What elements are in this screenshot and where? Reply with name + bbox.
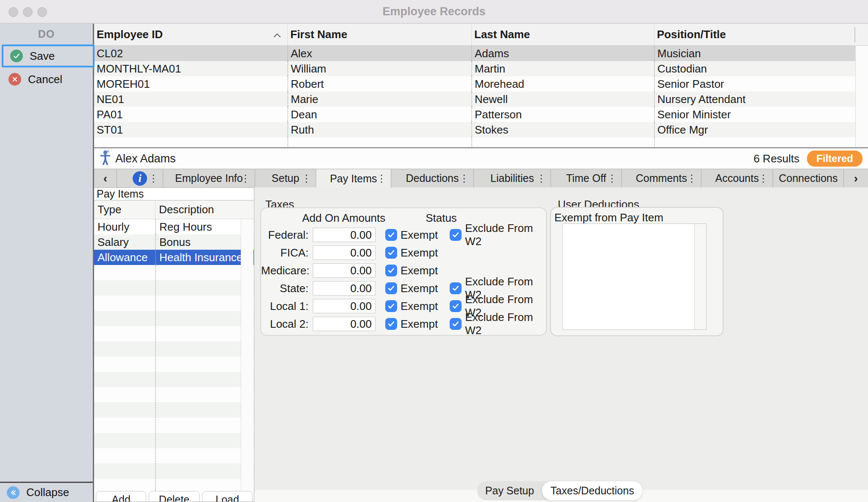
info-icon: i bbox=[133, 171, 147, 186]
table-row-selected[interactable]: CL02 Alex Adams Musician bbox=[94, 46, 868, 61]
action-sidebar: DO Save Cancel Collapse bbox=[0, 24, 94, 502]
tab-comments[interactable]: Comments ⋮ bbox=[622, 169, 701, 187]
pay-items-content: Pay Items Type Description Hourly Reg Ho… bbox=[94, 187, 868, 502]
column-header-position-title[interactable]: Position/Title bbox=[654, 24, 855, 45]
chevron-right-icon: › bbox=[854, 172, 858, 185]
tab-taxes-deductions[interactable]: Taxes/Deductions bbox=[542, 481, 643, 500]
tab-menu-icon[interactable]: ⋮ bbox=[607, 173, 617, 184]
pay-item-row[interactable]: Salary Bonus bbox=[94, 234, 254, 250]
tab-scroll-right[interactable]: › bbox=[844, 169, 868, 187]
table-row[interactable]: ST01 Ruth Stokes Office Mgr bbox=[94, 122, 868, 137]
tab-menu-icon[interactable]: ⋮ bbox=[148, 173, 159, 184]
pay-items-buttons: Add Delete Load bbox=[94, 491, 254, 502]
collapse-button[interactable]: Collapse bbox=[0, 482, 93, 502]
local1-exclude-w2-checkbox[interactable] bbox=[450, 300, 462, 312]
user-deductions-group-box: Exempt from Pay Item bbox=[550, 207, 723, 336]
tab-employee-info[interactable]: Employee Info ⋮ bbox=[163, 169, 255, 187]
column-header-description[interactable]: Description bbox=[155, 201, 254, 219]
federal-exclude-w2-checkbox[interactable] bbox=[450, 229, 462, 241]
table-row[interactable]: MOREH01 Robert Morehead Senior Pastor bbox=[94, 76, 868, 92]
local2-exclude-w2-checkbox[interactable] bbox=[450, 318, 462, 330]
title-bar: Employee Records bbox=[0, 0, 868, 24]
chevron-left-icon: ‹ bbox=[103, 172, 107, 185]
save-label: Save bbox=[30, 50, 55, 63]
exempt-from-pay-item-label: Exempt from Pay Item bbox=[554, 211, 663, 224]
local2-exempt-checkbox[interactable] bbox=[385, 318, 397, 330]
tab-scroll-left[interactable]: ‹ bbox=[94, 169, 117, 187]
federal-amount-input[interactable] bbox=[313, 228, 376, 242]
filtered-badge[interactable]: Filtered bbox=[807, 151, 862, 167]
table-row[interactable]: NE01 Marie Newell Nursery Attendant bbox=[94, 92, 868, 107]
tab-connections[interactable]: Connections bbox=[773, 169, 844, 187]
zoom-button[interactable] bbox=[37, 7, 47, 17]
column-header-first-name[interactable]: First Name bbox=[287, 24, 471, 45]
column-header-last-name[interactable]: Last Name bbox=[471, 24, 654, 45]
medicare-amount-input[interactable] bbox=[313, 263, 376, 278]
traffic-lights bbox=[8, 7, 47, 17]
fica-amount-input[interactable] bbox=[313, 245, 376, 260]
tab-menu-icon[interactable]: ⋮ bbox=[459, 173, 469, 184]
save-button[interactable]: Save bbox=[2, 45, 95, 67]
taxes-group-box: Add On Amounts Status Federal: Exempt Ex… bbox=[260, 207, 547, 336]
record-bar: Alex Adams 6 Results Filtered bbox=[94, 148, 868, 169]
tax-row-local-2: Local 2: Exempt Exclude From W2 bbox=[261, 315, 546, 333]
column-header-type[interactable]: Type bbox=[94, 203, 155, 216]
local1-amount-input[interactable] bbox=[313, 299, 376, 313]
tab-liabilities[interactable]: Liabilities ⋮ bbox=[474, 169, 551, 187]
deductions-scrollbar-track[interactable] bbox=[694, 224, 706, 329]
local2-amount-input[interactable] bbox=[313, 317, 376, 331]
employee-table-header: Employee ID First Name Last Name Positio… bbox=[94, 24, 868, 46]
collapse-chevrons-icon bbox=[7, 486, 19, 499]
pay-item-row-selected[interactable]: Allowance Health Insurance bbox=[94, 250, 254, 265]
load-button[interactable]: Load bbox=[202, 491, 253, 502]
tab-pay-setup[interactable]: Pay Setup bbox=[477, 481, 542, 500]
add-button[interactable]: Add bbox=[96, 491, 146, 502]
tab-menu-icon[interactable]: ⋮ bbox=[687, 173, 697, 184]
minimize-button[interactable] bbox=[23, 7, 33, 17]
cancel-label: Cancel bbox=[28, 73, 62, 86]
tab-menu-icon[interactable]: ⋮ bbox=[758, 173, 768, 184]
save-check-icon bbox=[10, 50, 23, 62]
add-on-amounts-header: Add On Amounts bbox=[287, 212, 401, 225]
tab-menu-icon[interactable]: ⋮ bbox=[536, 173, 546, 184]
record-tab-bar: ‹ i ⋮ Employee Info ⋮ Setup ⋮ Pay Items … bbox=[94, 169, 868, 187]
person-icon bbox=[100, 150, 111, 168]
medicare-exempt-checkbox[interactable] bbox=[385, 265, 397, 276]
status-header: Status bbox=[403, 212, 479, 225]
empty-list-space bbox=[94, 265, 254, 491]
employee-records-window: { "window": { "title": "Employee Records… bbox=[0, 0, 868, 502]
state-amount-input[interactable] bbox=[313, 281, 376, 296]
tab-info[interactable]: i ⋮ bbox=[117, 169, 163, 187]
sidebar-header: DO bbox=[0, 28, 93, 40]
tab-time-off[interactable]: Time Off ⋮ bbox=[551, 169, 622, 187]
tab-deductions[interactable]: Deductions ⋮ bbox=[391, 169, 474, 187]
table-row[interactable]: PA01 Dean Patterson Senior Minister bbox=[94, 107, 868, 122]
delete-button[interactable]: Delete bbox=[149, 491, 199, 502]
tab-accounts[interactable]: Accounts ⋮ bbox=[701, 169, 773, 187]
state-exempt-checkbox[interactable] bbox=[385, 282, 397, 294]
exempt-deductions-list[interactable] bbox=[562, 223, 707, 330]
table-row[interactable]: MONTHLY-MA01 William Martin Custodian bbox=[94, 61, 868, 76]
fica-exempt-checkbox[interactable] bbox=[385, 247, 397, 259]
column-header-employee-id[interactable]: Employee ID bbox=[94, 24, 287, 45]
state-exclude-w2-checkbox[interactable] bbox=[450, 282, 462, 294]
tab-menu-icon[interactable]: ⋮ bbox=[301, 173, 312, 184]
header-resize-line bbox=[854, 27, 855, 42]
pay-items-scrollbar-track[interactable] bbox=[241, 220, 253, 502]
collapse-label: Collapse bbox=[26, 486, 69, 499]
tab-menu-icon[interactable]: ⋮ bbox=[240, 173, 250, 184]
federal-exempt-checkbox[interactable] bbox=[385, 229, 397, 241]
sort-ascending-icon bbox=[273, 28, 281, 41]
pay-items-panel-title: Pay Items bbox=[94, 188, 254, 201]
tab-pay-items[interactable]: Pay Items ⋮ bbox=[316, 169, 391, 188]
table-scrollbar-track[interactable] bbox=[855, 46, 868, 147]
cancel-button[interactable]: Cancel bbox=[2, 68, 95, 91]
tab-setup[interactable]: Setup ⋮ bbox=[255, 169, 316, 187]
employee-table: Employee ID First Name Last Name Positio… bbox=[94, 24, 868, 148]
pay-item-row[interactable]: Hourly Reg Hours bbox=[94, 219, 254, 234]
tab-menu-icon[interactable]: ⋮ bbox=[376, 173, 387, 184]
window-title: Employee Records bbox=[0, 0, 868, 23]
close-button[interactable] bbox=[8, 7, 18, 17]
pay-items-panel: Pay Items Type Description Hourly Reg Ho… bbox=[94, 187, 254, 502]
local1-exempt-checkbox[interactable] bbox=[385, 300, 397, 312]
